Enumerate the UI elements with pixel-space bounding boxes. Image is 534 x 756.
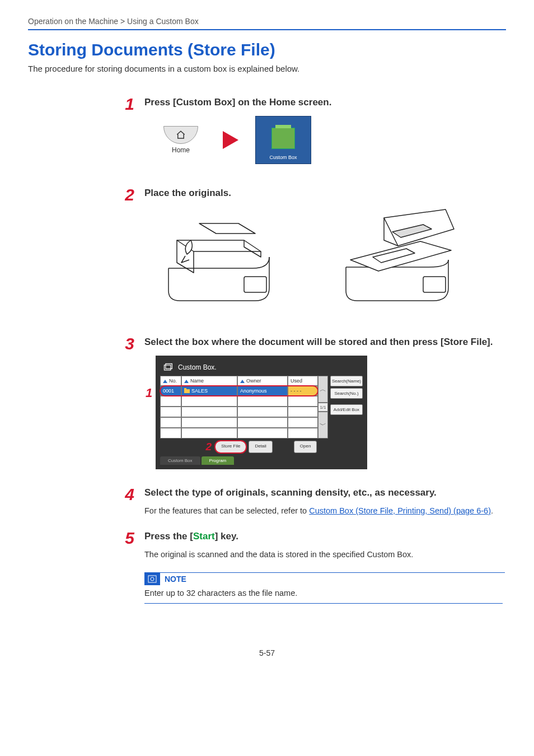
step-number-5: 5	[116, 530, 134, 604]
store-file-button[interactable]: Store File	[215, 441, 246, 453]
note-icon	[147, 574, 158, 584]
home-icon	[163, 126, 198, 144]
intro-text: The procedure for storing documents in a…	[28, 64, 506, 73]
search-no-button[interactable]: Search(No.)	[330, 388, 363, 399]
step-number-3: 3	[116, 335, 134, 469]
callout-1: 1	[146, 386, 152, 400]
table-row	[160, 417, 318, 428]
step5-heading: Press the [Start] key.	[144, 531, 506, 542]
svg-rect-3	[166, 363, 172, 368]
col-name-label[interactable]: Name	[190, 378, 204, 384]
step4-text: For the features that can be selected, r…	[144, 506, 506, 515]
sort-icon[interactable]	[240, 380, 245, 383]
custom-box-label: Custom Box	[269, 155, 297, 160]
tab-custom-box[interactable]: Custom Box	[160, 456, 200, 465]
table-row	[160, 428, 318, 438]
col-owner-label[interactable]: Owner	[246, 378, 261, 384]
start-key-label: Start	[193, 531, 215, 542]
step-number-1: 1	[116, 96, 134, 175]
cross-ref-link[interactable]: Custom Box (Store File, Printing, Send) …	[309, 506, 491, 515]
table-header: No. Name Owner Used	[160, 376, 318, 386]
page-indicator: 1/1	[318, 403, 328, 412]
open-button[interactable]: Open	[294, 441, 317, 453]
table-row	[160, 396, 318, 407]
add-edit-box-button[interactable]: Add/Edit Box	[330, 404, 363, 415]
page-number: 5-57	[28, 648, 506, 657]
table-row	[160, 407, 318, 417]
step3-heading: Select the box where the document will b…	[144, 337, 506, 348]
svg-rect-0	[244, 277, 266, 292]
cell-owner: Anonymous	[237, 386, 288, 396]
cell-used: - - - -	[288, 386, 318, 396]
home-tile: Home	[156, 126, 206, 154]
scroll-up-button[interactable]: ︿	[318, 376, 328, 403]
breadcrumb: Operation on the Machine > Using a Custo…	[28, 17, 506, 26]
tab-program[interactable]: Program	[202, 456, 235, 465]
col-used-label: Used	[288, 376, 318, 386]
detail-button[interactable]: Detail	[249, 441, 272, 453]
cell-name: SALES	[191, 388, 208, 394]
svg-point-5	[151, 577, 154, 581]
scroll-down-button[interactable]: ﹀	[318, 412, 328, 438]
arrow-icon	[223, 131, 238, 149]
folder-icon	[184, 389, 190, 393]
printer-platen-illustration	[339, 207, 457, 307]
cell-no: 0001	[160, 386, 181, 396]
note-label: NOTE	[165, 575, 186, 584]
step4-heading: Select the type of originals, scanning d…	[144, 487, 506, 498]
page-title: Storing Documents (Store File)	[28, 40, 506, 59]
home-label: Home	[156, 146, 206, 154]
step-number-2: 2	[116, 186, 134, 324]
sort-icon[interactable]	[163, 380, 167, 383]
box-icon	[271, 128, 295, 149]
box-list-icon	[162, 362, 174, 372]
sort-icon[interactable]	[184, 380, 189, 383]
table-row[interactable]: 0001 SALES Anonymous - - - -	[160, 386, 318, 396]
step2-heading: Place the originals.	[144, 188, 506, 199]
svg-rect-1	[423, 277, 446, 292]
col-no-label[interactable]: No.	[169, 378, 177, 384]
search-name-button[interactable]: Search(Name)	[330, 376, 363, 386]
callout-2: 2	[206, 441, 212, 453]
step-number-4: 4	[116, 486, 134, 519]
note-body: Enter up to 32 characters as the file na…	[144, 585, 503, 604]
step5-text: The original is scanned and the data is …	[144, 550, 506, 559]
panel-title: Custom Box.	[178, 363, 217, 371]
printer-feeder-illustration	[160, 207, 278, 307]
svg-rect-2	[164, 365, 170, 370]
step1-heading: Press [Custom Box] on the Home screen.	[144, 97, 506, 108]
svg-rect-4	[148, 576, 156, 582]
divider	[28, 29, 506, 30]
custom-box-panel: 1 Custom Box. No. Name Owner Used	[156, 356, 367, 469]
custom-box-tile[interactable]: Custom Box	[255, 116, 311, 164]
